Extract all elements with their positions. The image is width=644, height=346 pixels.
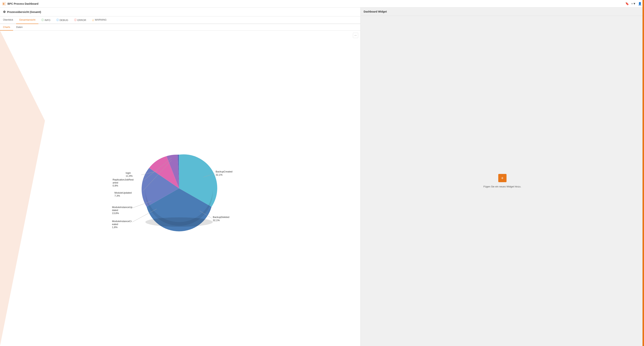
left-panel-header: ⚙ Prozessübersicht (Gesamt) — [0, 7, 360, 16]
label-backupdeleted-pct: 32,1% — [213, 219, 220, 222]
label-replication-pct: 0,9% — [112, 184, 118, 187]
warning-indicator: △ WARNING — [92, 18, 106, 21]
tab-info[interactable]: ⓘ INFO — [38, 16, 54, 24]
user-icon[interactable]: 👤 — [638, 2, 642, 5]
tab-charts[interactable]: Charts — [0, 24, 13, 30]
background-shape — [0, 30, 45, 346]
right-panel: Dashboard Widget + Fügen Sie ein neues W… — [360, 7, 644, 346]
debug-indicator: ⓘ DEBUG — [56, 18, 68, 22]
right-panel-header: Dashboard Widget — [360, 7, 644, 16]
info-indicator: ⓘ INFO — [42, 18, 50, 22]
tab-gesamtansicht[interactable]: Gesamtansicht — [16, 16, 38, 24]
error-circle-icon: ⓘ — [74, 18, 76, 22]
label-moduleinstancecreated-pct: 1,8% — [112, 226, 118, 229]
left-panel: ⚙ Prozessübersicht (Gesamt) Überblick Ge… — [0, 7, 360, 346]
svg-text:B: B — [3, 2, 4, 5]
label-backupdeleted: BackupDeleted — [213, 216, 229, 219]
label-replication: ReplicationJobRest — [112, 178, 134, 181]
tabs-row1: Überblick Gesamtansicht ⓘ INFO ⓘ DEBUG ⓘ… — [0, 16, 360, 24]
main-layout: ⚙ Prozessübersicht (Gesamt) Überblick Ge… — [0, 7, 644, 346]
debug-circle-icon: ⓘ — [56, 18, 59, 22]
tab-error[interactable]: ⓘ ERROR — [71, 16, 89, 24]
label-replication2: arted — [112, 181, 118, 184]
right-panel-body: + Fügen Sie ein neues Widget hinzu. — [360, 16, 644, 346]
svg-marker-2 — [0, 30, 45, 346]
add-widget-label: Fügen Sie ein neues Widget hinzu. — [484, 185, 521, 188]
label-moduleupdated: ModuleUpdated — [114, 191, 132, 194]
app-title: BPC Process Dashboard — [8, 2, 38, 5]
label-moduleinstanceupdated: ModuleInstanceUp — [112, 206, 132, 209]
chart-area: ⋯ — [0, 30, 360, 346]
chart-menu-button[interactable]: ⋯ — [353, 33, 358, 38]
tab-warning[interactable]: △ WARNING — [89, 16, 110, 24]
tabs-row2: Charts Daten — [0, 24, 360, 30]
label-backupcreated-pct: 32,1% — [216, 173, 222, 176]
label-moduleinstancecreated: ModuleInstanceCr — [112, 220, 132, 223]
left-panel-title: Prozessübersicht (Gesamt) — [7, 10, 41, 13]
app-title-area: B BPC Process Dashboard — [2, 2, 38, 5]
info-circle-icon: ⓘ — [42, 18, 44, 22]
tab-daten[interactable]: Daten — [13, 24, 26, 30]
label-moduleinstancecreated2: eated — [112, 223, 118, 226]
app-logo: B — [2, 2, 6, 5]
label-backupcreated: BackupCreated — [216, 170, 232, 173]
label-moduleupdated-pct: 7,3% — [114, 194, 120, 197]
error-indicator: ⓘ ERROR — [74, 18, 86, 22]
label-login-pct: 11,9% — [126, 174, 132, 177]
topbar: B BPC Process Dashboard 🔖 +▼ 👤 — [0, 0, 644, 7]
tab-uberblick[interactable]: Überblick — [0, 16, 16, 24]
label-moduleinstanceupdated-pct: 13,8% — [112, 212, 119, 215]
label-moduleinstanceupdated2: dated — [112, 209, 118, 212]
warning-triangle-icon: △ — [92, 18, 94, 21]
pie-chart: BackupCreated 32,1% BackupDeleted 32,1% … — [110, 130, 241, 246]
topbar-actions: 🔖 +▼ 👤 — [625, 2, 642, 5]
panel-header-icon: ⚙ — [3, 10, 6, 14]
tab-debug[interactable]: ⓘ DEBUG — [54, 16, 71, 24]
plus-dropdown-icon[interactable]: +▼ — [632, 2, 636, 5]
add-widget-button[interactable]: + — [498, 174, 506, 182]
right-panel-title: Dashboard Widget — [364, 10, 387, 13]
label-login: login — [126, 172, 131, 174]
scrollbar[interactable] — [642, 0, 644, 346]
bookmark-icon[interactable]: 🔖 — [625, 2, 629, 5]
